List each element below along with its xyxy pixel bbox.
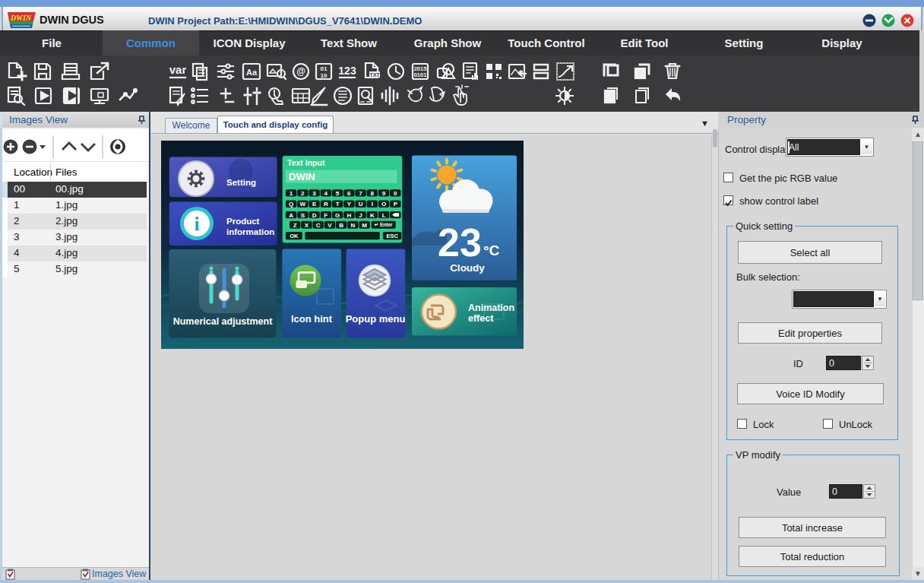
svg-text:K: K (370, 212, 375, 219)
svg-text:8: 8 (371, 190, 375, 197)
svg-text:Animation: Animation (468, 303, 514, 313)
svg-text:I: I (372, 201, 373, 208)
svg-text:6: 6 (347, 190, 351, 197)
svg-text:7: 7 (359, 190, 362, 197)
svg-text:123: 123 (338, 65, 356, 77)
svg-text:P: P (394, 201, 398, 208)
svg-text:X: X (305, 222, 309, 229)
svg-text:B: B (339, 222, 343, 229)
svg-text:W: W (300, 201, 306, 208)
svg-text:V: V (328, 222, 332, 229)
svg-text:O: O (381, 201, 386, 208)
svg-text:01: 01 (321, 65, 328, 72)
svg-text:L: L (382, 212, 386, 219)
svg-text:2: 2 (301, 190, 305, 197)
svg-text:↵ Enter: ↵ Enter (374, 222, 393, 227)
svg-text:T: T (336, 201, 340, 208)
svg-text:4: 4 (324, 190, 328, 197)
svg-text:°C: °C (483, 242, 500, 258)
svg-text:23: 23 (438, 220, 482, 265)
svg-text:OK: OK (290, 233, 299, 239)
svg-text:E: E (312, 201, 317, 208)
svg-text:H: H (346, 212, 351, 219)
svg-text:Q: Q (289, 201, 293, 208)
svg-text:i: i (195, 214, 200, 234)
svg-text:Popup menu: Popup menu (346, 313, 406, 325)
svg-text:M: M (362, 222, 367, 229)
svg-text:Aa: Aa (246, 68, 258, 77)
svg-text:Product: Product (226, 217, 260, 226)
svg-text:R: R (324, 201, 328, 208)
svg-text:0: 0 (394, 190, 397, 197)
svg-text:F: F (324, 212, 328, 219)
svg-text:information: information (226, 227, 274, 236)
svg-text:U: U (359, 201, 363, 208)
svg-text:0101: 0101 (414, 71, 427, 78)
svg-text:S: S (301, 212, 305, 219)
svg-text:TXT: TXT (369, 72, 380, 78)
svg-text:A: A (289, 212, 293, 219)
svg-text:Z: Z (293, 222, 297, 229)
svg-text:ESC: ESC (386, 233, 398, 239)
svg-text:C: C (316, 222, 321, 229)
svg-text:Numerical adjustment: Numerical adjustment (173, 316, 273, 327)
svg-text:Setting: Setting (226, 178, 256, 187)
svg-text:var: var (169, 63, 187, 76)
svg-text:1: 1 (290, 190, 293, 197)
svg-text:10: 10 (321, 72, 328, 79)
svg-text:DWIN: DWIN (10, 14, 32, 22)
svg-text:Y: Y (347, 201, 352, 208)
svg-text:Icon hint: Icon hint (291, 313, 333, 325)
svg-text:effect: effect (468, 313, 494, 324)
svg-text:9: 9 (382, 190, 386, 197)
svg-text:N: N (351, 222, 356, 229)
svg-text:Text Input: Text Input (287, 158, 325, 167)
svg-text:Cloudy: Cloudy (450, 262, 485, 274)
svg-text:J: J (359, 212, 362, 219)
svg-text:DWIN: DWIN (289, 171, 315, 182)
svg-text:@: @ (296, 66, 305, 77)
svg-text:D: D (312, 212, 317, 219)
svg-text:5: 5 (336, 190, 340, 197)
svg-text:3: 3 (312, 190, 316, 197)
svg-text:G: G (335, 212, 340, 219)
